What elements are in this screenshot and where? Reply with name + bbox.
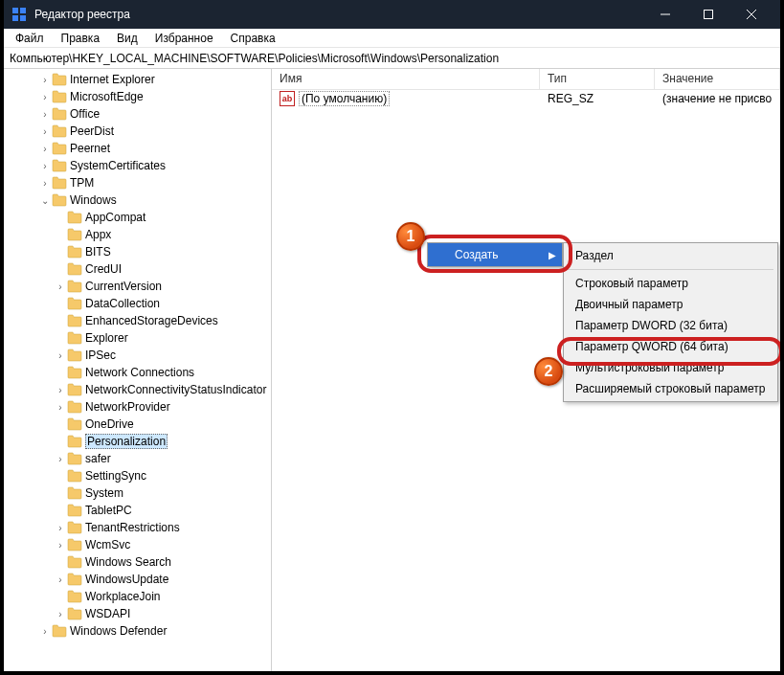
tree-node[interactable]: TabletPC	[4, 502, 271, 519]
tree-node[interactable]: System	[4, 484, 271, 502]
tree-node[interactable]: ›WSDAPI	[4, 605, 271, 622]
folder-icon	[52, 176, 67, 190]
list-row[interactable]: ab (По умолчанию) REG_SZ (значение не пр…	[272, 90, 780, 107]
folder-icon	[67, 452, 82, 465]
tree-node[interactable]: ›NetworkProvider	[4, 398, 271, 416]
tree-node[interactable]: Network Connections	[4, 364, 271, 381]
context-menu-new: Раздел Строковый параметр Двоичный парам…	[563, 242, 778, 402]
svg-rect-0	[12, 8, 18, 13]
ctx-item-label: Создать	[455, 248, 499, 261]
ctx-item-create[interactable]: Создать ▶	[428, 243, 562, 266]
tree-node-label: WindowsUpdate	[85, 573, 168, 586]
tree-node[interactable]: Windows Search	[4, 553, 271, 571]
expand-icon[interactable]: ›	[54, 540, 67, 551]
expand-icon[interactable]: ›	[54, 281, 67, 292]
expand-icon[interactable]: ›	[54, 385, 67, 395]
folder-icon	[67, 280, 82, 293]
ctx2-item-binary[interactable]: Двоичный параметр	[564, 294, 777, 315]
close-button[interactable]	[729, 0, 773, 29]
tree-node[interactable]: ›Windows Defender	[4, 622, 271, 640]
tree-node-label: TenantRestrictions	[85, 521, 180, 534]
ctx2-item-multistring[interactable]: Мультистроковый параметр	[564, 357, 777, 378]
svg-rect-1	[20, 8, 26, 13]
ctx2-item-qword[interactable]: Параметр QWORD (64 бита)	[564, 336, 777, 357]
tree-node[interactable]: ›SystemCertificates	[4, 157, 271, 174]
tree-node-label: Windows Search	[85, 555, 171, 569]
expand-icon[interactable]: ›	[54, 350, 67, 361]
tree-node[interactable]: ›safer	[4, 450, 271, 467]
menu-help[interactable]: Справка	[223, 30, 283, 47]
tree-view[interactable]: ›Internet Explorer›MicrosoftEdge›Office›…	[4, 69, 272, 671]
expand-icon[interactable]: ›	[38, 161, 52, 171]
tree-node[interactable]: Explorer	[4, 329, 271, 347]
collapse-icon[interactable]: ⌄	[38, 195, 52, 206]
expand-icon[interactable]: ›	[54, 609, 67, 619]
tree-node-label: Explorer	[85, 331, 128, 345]
menu-edit[interactable]: Правка	[54, 30, 108, 47]
tree-node[interactable]: ›WcmSvc	[4, 536, 271, 553]
address-text: Компьютер\HKEY_LOCAL_MACHINE\SOFTWARE\Po…	[10, 52, 499, 65]
col-header-name[interactable]: Имя	[272, 69, 540, 89]
tree-node-label: NetworkProvider	[85, 400, 170, 414]
expand-icon[interactable]: ›	[38, 626, 52, 637]
tree-node-label: WorkplaceJoin	[85, 590, 160, 603]
tree-node[interactable]: ›WindowsUpdate	[4, 571, 271, 588]
ctx2-item-expandstring[interactable]: Расширяемый строковый параметр	[564, 378, 777, 399]
tree-node-label: OneDrive	[85, 417, 134, 431]
folder-icon	[67, 573, 82, 586]
expand-icon[interactable]: ›	[38, 109, 52, 120]
tree-node[interactable]: EnhancedStorageDevices	[4, 312, 271, 329]
tree-node[interactable]: ⌄Windows	[4, 191, 271, 209]
tree-node[interactable]: ›CurrentVersion	[4, 278, 271, 295]
col-header-value[interactable]: Значение	[655, 69, 780, 89]
tree-node[interactable]: ›NetworkConnectivityStatusIndicator	[4, 381, 271, 398]
address-bar[interactable]: Компьютер\HKEY_LOCAL_MACHINE\SOFTWARE\Po…	[4, 48, 780, 69]
tree-node[interactable]: ›TenantRestrictions	[4, 519, 271, 536]
expand-icon[interactable]: ›	[54, 454, 67, 464]
folder-icon	[67, 228, 82, 241]
expand-icon[interactable]: ›	[54, 402, 67, 413]
tree-node[interactable]: ›Internet Explorer	[4, 71, 271, 88]
menu-view[interactable]: Вид	[109, 30, 146, 47]
minimize-button[interactable]	[643, 0, 686, 29]
tree-node-label: System	[85, 486, 123, 500]
expand-icon[interactable]: ›	[38, 178, 52, 189]
tree-node[interactable]: SettingSync	[4, 467, 271, 484]
tree-node[interactable]: OneDrive	[4, 416, 271, 433]
expand-icon[interactable]: ›	[38, 75, 52, 85]
tree-node-label: CurrentVersion	[85, 280, 162, 293]
expand-icon[interactable]: ›	[38, 144, 52, 154]
tree-node[interactable]: CredUI	[4, 260, 271, 278]
tree-node[interactable]: AppCompat	[4, 209, 271, 226]
expand-icon[interactable]: ›	[54, 523, 67, 533]
tree-node-label: TPM	[70, 176, 94, 190]
tree-node[interactable]: ›IPSec	[4, 347, 271, 364]
annotation-badge-2: 2	[534, 357, 563, 386]
tree-node[interactable]: DataCollection	[4, 295, 271, 312]
folder-icon	[52, 159, 67, 172]
tree-node[interactable]: ›Peernet	[4, 140, 271, 157]
tree-node[interactable]: ›MicrosoftEdge	[4, 88, 271, 105]
tree-node[interactable]: ›PeerDist	[4, 123, 271, 140]
folder-icon	[67, 245, 82, 259]
col-header-type[interactable]: Тип	[540, 69, 655, 89]
expand-icon[interactable]: ›	[54, 574, 67, 585]
maximize-button[interactable]	[686, 0, 729, 29]
tree-node[interactable]: ›TPM	[4, 174, 271, 191]
tree-node[interactable]: WorkplaceJoin	[4, 588, 271, 605]
ctx2-item-dword[interactable]: Параметр DWORD (32 бита)	[564, 315, 777, 336]
ctx2-item-key[interactable]: Раздел	[564, 245, 777, 266]
folder-icon	[67, 349, 82, 362]
string-value-icon: ab	[280, 91, 295, 106]
tree-node[interactable]: BITS	[4, 243, 271, 260]
menu-favorites[interactable]: Избранное	[147, 30, 221, 47]
expand-icon[interactable]: ›	[38, 126, 52, 137]
tree-node[interactable]: ›Office	[4, 105, 271, 123]
tree-node[interactable]: Personalization	[4, 433, 271, 450]
ctx2-item-string[interactable]: Строковый параметр	[564, 273, 777, 294]
tree-node-label: PeerDist	[70, 124, 114, 138]
folder-icon	[67, 607, 82, 620]
tree-node[interactable]: Appx	[4, 226, 271, 243]
expand-icon[interactable]: ›	[38, 92, 52, 102]
menu-file[interactable]: Файл	[8, 30, 52, 47]
